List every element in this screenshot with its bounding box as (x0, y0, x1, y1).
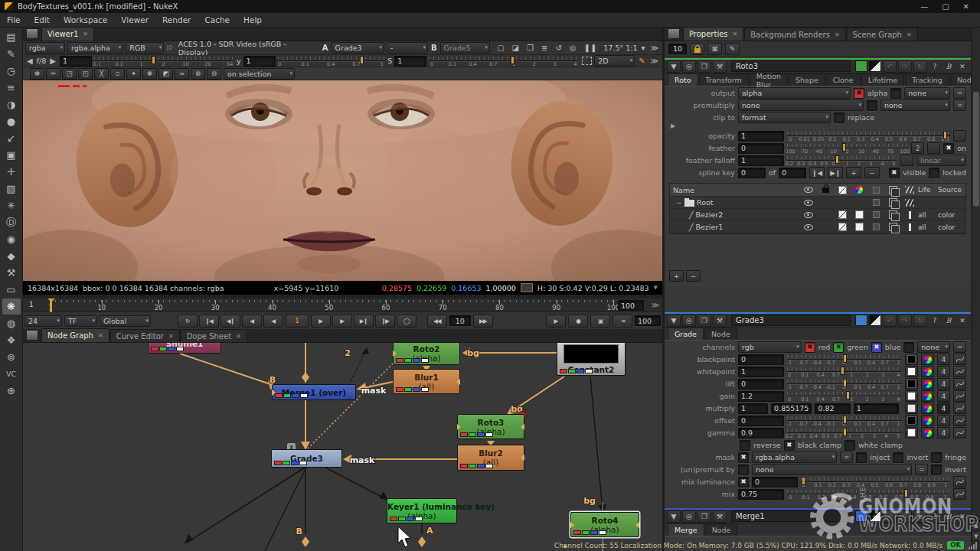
view-dims-dropdown[interactable]: 2D (594, 55, 635, 67)
output2-dropdown[interactable]: none (904, 87, 950, 99)
node-grade3[interactable]: Grade3 (271, 449, 342, 468)
tab-lifetime[interactable]: Lifetime (861, 73, 905, 86)
channel-equals-icon[interactable]: = (915, 464, 928, 475)
slider[interactable]: 00.10.20.30.40.50.60.70.80.91 (787, 488, 950, 500)
unpremult-checkbox[interactable]: ✖ (738, 465, 749, 475)
help-icon[interactable]: ? (929, 511, 941, 522)
tab-transform[interactable]: Transform (699, 73, 749, 86)
undo-icon[interactable]: ↶ (883, 315, 897, 327)
eye-toggle[interactable] (800, 200, 817, 206)
eye-toggle[interactable] (800, 212, 817, 218)
center-icon[interactable]: ◎ (682, 510, 696, 523)
roto-remove-x-icon[interactable]: ╳ (94, 68, 109, 80)
channel-equals-icon[interactable]: = (840, 452, 853, 463)
feather-on-checkbox[interactable]: ✖ (943, 143, 954, 154)
redo-icon[interactable]: ↷ (898, 510, 912, 523)
feather-field[interactable]: 0 (738, 143, 784, 154)
tf-dropdown[interactable]: TF (64, 315, 97, 327)
replace-checkbox[interactable]: ✖ (834, 112, 844, 123)
layer-dropdown[interactable]: rgba (25, 42, 65, 54)
play-fast-button[interactable]: ▶ (332, 315, 352, 328)
stop-button[interactable]: ◯ (397, 315, 416, 328)
tab-scene-graph[interactable]: Scene Graph✕ (847, 28, 918, 41)
node-roto4[interactable]: Roto4(alpha) (570, 512, 639, 537)
center-icon[interactable]: ◎ (682, 60, 696, 73)
menu-render[interactable]: Render (155, 15, 198, 24)
buffer-a-dropdown[interactable]: Grade3 (332, 42, 384, 54)
tab-viewer1[interactable]: Viewer1 ✕ (41, 27, 94, 41)
frame-decrement-button[interactable]: ◀◀ (427, 315, 447, 328)
toolbar-plugins-icon[interactable]: ❖ (2, 332, 21, 348)
color-wheel-icon[interactable] (921, 415, 934, 426)
roto-feather-wave-icon[interactable]: ≈ (175, 68, 189, 80)
tab-motion-blur[interactable]: Motion Blur (750, 73, 788, 86)
playback-range-end[interactable]: 100 (635, 315, 661, 326)
close-icon[interactable]: ✕ (956, 61, 969, 72)
column-life[interactable]: Life (918, 186, 938, 194)
slider[interactable]: 00.10.40.71234 (787, 390, 902, 402)
menu-help[interactable]: Help (237, 15, 269, 24)
timeline-range-end[interactable]: 100 (618, 300, 644, 311)
tab-node[interactable]: Node (705, 523, 738, 536)
revert-icon[interactable]: ↻ (913, 315, 927, 327)
mask-checkbox[interactable]: ✖ (738, 452, 749, 463)
script-icon[interactable]: B (942, 511, 955, 522)
roto-flake-x-icon[interactable]: ❋ (142, 68, 157, 80)
node-color-chip[interactable] (855, 60, 867, 72)
sq-toggle[interactable] (867, 223, 884, 230)
channel-equals-icon[interactable]: = (953, 341, 966, 353)
wsq-toggle[interactable] (851, 223, 867, 231)
curve-icon[interactable] (953, 427, 966, 439)
float-icon[interactable]: ❐ (697, 60, 711, 73)
wipe-mode-dropdown[interactable]: - (387, 42, 428, 54)
multiply-value-2[interactable]: 0.82 (815, 403, 850, 414)
collapse-arrow-icon[interactable]: ▶ (665, 123, 971, 129)
pane-menu-icon[interactable] (26, 28, 38, 39)
split-channels-button[interactable]: 4 (937, 403, 950, 414)
dock-button[interactable]: ⇥ (612, 315, 632, 328)
close-button[interactable]: ✕ (963, 2, 969, 11)
more-chevrons-icon[interactable]: ≫ (649, 44, 660, 52)
roto-star-x-icon[interactable]: ✦ (126, 68, 141, 80)
tab-dope-sheet[interactable]: Dope Sheet✕ (181, 329, 247, 342)
minimize-button[interactable]: — (920, 2, 928, 11)
roto-point-edit-icon[interactable]: ◩ (158, 68, 173, 80)
eye-toggle[interactable] (800, 224, 817, 230)
play-button[interactable]: ▶ (311, 315, 331, 328)
slider[interactable]: 00.10.40.71 (278, 55, 386, 67)
buffer-b-dropdown[interactable]: Grade5 (440, 42, 491, 54)
tab-shape[interactable]: Shape (789, 73, 825, 86)
proxy-toggle-icon[interactable]: ◎ (568, 44, 578, 52)
tab-roto[interactable]: Roto (668, 73, 698, 86)
blend-toggle[interactable] (834, 210, 851, 219)
help-icon[interactable]: ? (929, 61, 941, 72)
delete-key-icon[interactable]: − (864, 167, 880, 178)
revert-icon[interactable]: ↻ (913, 510, 927, 523)
column-square-icon[interactable] (867, 187, 884, 194)
toolbar-ofx-icon[interactable]: ❋ (2, 298, 21, 315)
node-roto2[interactable]: Roto2(alpha) (393, 343, 460, 365)
toolbar-channel-icon[interactable]: ≡ (2, 80, 21, 96)
chevron-down-icon[interactable]: ▾ (639, 44, 646, 52)
gl-color-chip[interactable] (869, 510, 881, 522)
color-wheel-icon[interactable] (921, 427, 934, 439)
tab-background-renders[interactable]: Background Renders✕ (744, 28, 845, 41)
split-channels-button[interactable]: 4 (937, 354, 950, 365)
life-value[interactable]: all (918, 223, 938, 231)
frame-increment-button[interactable]: ▶▶ (473, 315, 493, 328)
menu-cache[interactable]: Cache (198, 15, 237, 24)
lock-button[interactable]: ▣ (590, 315, 610, 328)
slider[interactable]: 0.20.30.40.50.712345 (787, 155, 897, 166)
opacity-anim-button[interactable] (953, 130, 966, 142)
timeline-playhead[interactable] (50, 298, 52, 312)
gain-prev-icon[interactable]: ◀ (25, 57, 34, 65)
menu-viewer[interactable]: Viewer (114, 15, 155, 24)
roto-show-points-dropdown[interactable]: on selection (224, 68, 295, 80)
help-icon[interactable]: ? (929, 315, 941, 326)
tab-clone[interactable]: Clone (826, 73, 861, 86)
toolbar-3d-icon[interactable]: ▧ (2, 181, 21, 197)
roto-add-point-icon[interactable]: ◳ (62, 68, 77, 80)
scroll-up-icon[interactable]: ▲ (972, 520, 980, 530)
float-icon[interactable]: ❐ (697, 510, 711, 523)
close-icon[interactable]: ✕ (835, 31, 840, 38)
